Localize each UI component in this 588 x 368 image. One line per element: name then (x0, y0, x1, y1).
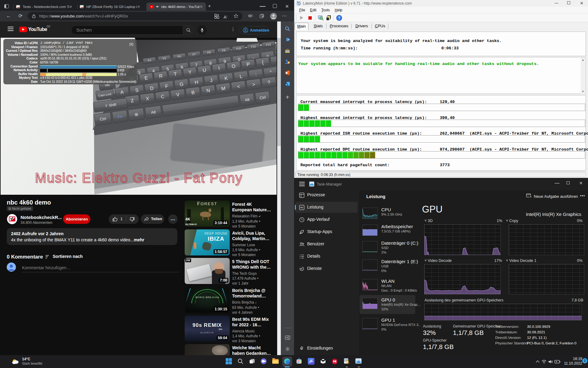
svg-text:F8: F8 (207, 51, 211, 54)
svg-text:Alt: Alt (151, 110, 156, 115)
svg-text:H: H (194, 79, 198, 85)
svg-text:M: M (221, 86, 226, 91)
svg-text:R: R (159, 73, 163, 79)
svg-text:Ctrl: Ctrl (100, 116, 106, 122)
svg-text:⊞: ⊞ (134, 112, 138, 117)
svg-text:S: S (135, 87, 139, 93)
svg-text:C: C (160, 94, 165, 99)
svg-text:E: E (144, 75, 148, 81)
svg-text:N: N (206, 88, 210, 93)
svg-text:?: ? (338, 16, 341, 20)
svg-text:D: D (150, 86, 154, 91)
svg-text:F6: F6 (177, 55, 181, 58)
svg-text:o: o (286, 83, 287, 86)
svg-text:Fn: Fn (117, 114, 123, 119)
svg-text:F5: F5 (163, 57, 166, 60)
svg-text:P: P (246, 62, 250, 67)
svg-text:F10: F10 (236, 47, 241, 50)
svg-text:G: G (179, 82, 184, 87)
svg-text:Alt: Alt (245, 97, 250, 102)
svg-text:Ctrl: Ctrl (259, 95, 266, 101)
svg-text:F12: F12 (266, 43, 271, 47)
svg-text:U: U (202, 67, 207, 73)
svg-text:B: B (191, 90, 195, 95)
svg-text:F4: F4 (148, 59, 151, 62)
svg-text:O: O (231, 63, 236, 69)
svg-text:F11: F11 (251, 45, 256, 48)
svg-text:F9: F9 (222, 49, 226, 52)
svg-text:F7: F7 (192, 53, 196, 56)
